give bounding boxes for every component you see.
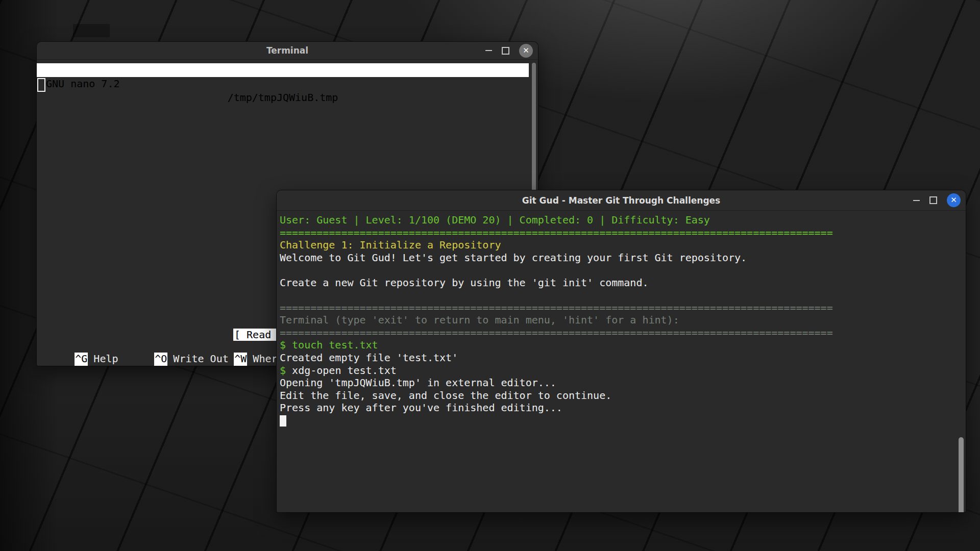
maximize-icon: [929, 196, 937, 204]
console-output: Created empty file 'test.txt': [280, 352, 966, 364]
nano-header-bar: GNU nano 7.2 /tmp/tmpJQWiuB.tmp: [37, 63, 529, 77]
embedded-terminal-header: Terminal (type 'exit' to return to main …: [280, 314, 966, 327]
gitgud-console-area[interactable]: User: Guest | Level: 1/100 (DEMO 20) | C…: [277, 211, 966, 512]
gitgud-window-title: Git Gud - Master Git Through Challenges: [277, 195, 966, 206]
close-icon: ✕: [950, 196, 957, 204]
minimize-icon: [913, 200, 920, 201]
console-cursor-line: [280, 414, 966, 427]
separator-line: ========================================…: [280, 302, 966, 314]
maximize-icon: [502, 47, 509, 55]
nano-file-path: /tmp/tmpJQWiuB.tmp: [37, 91, 529, 105]
nano-version-label: GNU nano 7.2: [46, 77, 120, 91]
shortcut-key: ^\: [234, 365, 247, 366]
maximize-button[interactable]: [929, 196, 937, 204]
console-prompt: $: [280, 364, 292, 377]
scrollbar-thumb[interactable]: [959, 437, 964, 512]
separator-line: ========================================…: [280, 227, 966, 239]
challenge-welcome-text: Welcome to Git Gud! Let's get started by…: [280, 252, 966, 264]
separator-line: ========================================…: [280, 327, 966, 339]
gitgud-titlebar[interactable]: Git Gud - Master Git Through Challenges …: [277, 190, 966, 211]
close-button[interactable]: ✕: [947, 193, 961, 207]
close-icon: ✕: [523, 47, 529, 55]
console-output: Opening 'tmpJQWiuB.tmp' in external edit…: [280, 377, 966, 389]
gitgud-status-bar: User: Guest | Level: 1/100 (DEMO 20) | C…: [280, 214, 966, 227]
maximize-button[interactable]: [502, 47, 509, 55]
console-output: Edit the file, save, and close the edito…: [280, 389, 966, 402]
console-command: xdg-open test.txt: [292, 364, 397, 377]
challenge-title: Challenge 1: Initialize a Repository: [280, 239, 966, 252]
nano-status-message: [ Read: [233, 329, 278, 341]
nano-text-cursor: [37, 78, 45, 92]
terminal-window-title: Terminal: [37, 45, 538, 56]
console-block-cursor: [280, 415, 286, 427]
close-button[interactable]: ✕: [519, 44, 533, 58]
console-output: Press any key after you've finished edit…: [280, 402, 966, 414]
blank-line: [280, 264, 966, 277]
minimize-icon: [485, 50, 492, 51]
terminal-titlebar[interactable]: Terminal ✕: [37, 42, 538, 60]
nano-shortcut-exit[interactable]: ^XExit: [75, 365, 154, 366]
shortcut-key: ^X: [75, 365, 88, 366]
shortcut-label: Exit: [93, 365, 118, 366]
gitgud-window[interactable]: Git Gud - Master Git Through Challenges …: [277, 190, 966, 512]
minimize-button[interactable]: [913, 200, 920, 201]
blank-line: [280, 289, 966, 302]
challenge-instruction: Create a new Git repository by using the…: [280, 277, 966, 289]
shortcut-key: ^R: [154, 365, 167, 366]
wallpaper-dark-rectangle: [73, 24, 110, 37]
shortcut-label: Read File: [173, 365, 228, 366]
nano-shortcut-read-file[interactable]: ^RRead File: [154, 365, 234, 366]
console-command-line: $ xdg-open test.txt: [280, 364, 966, 377]
console-command: $ touch test.txt: [280, 339, 966, 352]
minimize-button[interactable]: [485, 50, 492, 51]
